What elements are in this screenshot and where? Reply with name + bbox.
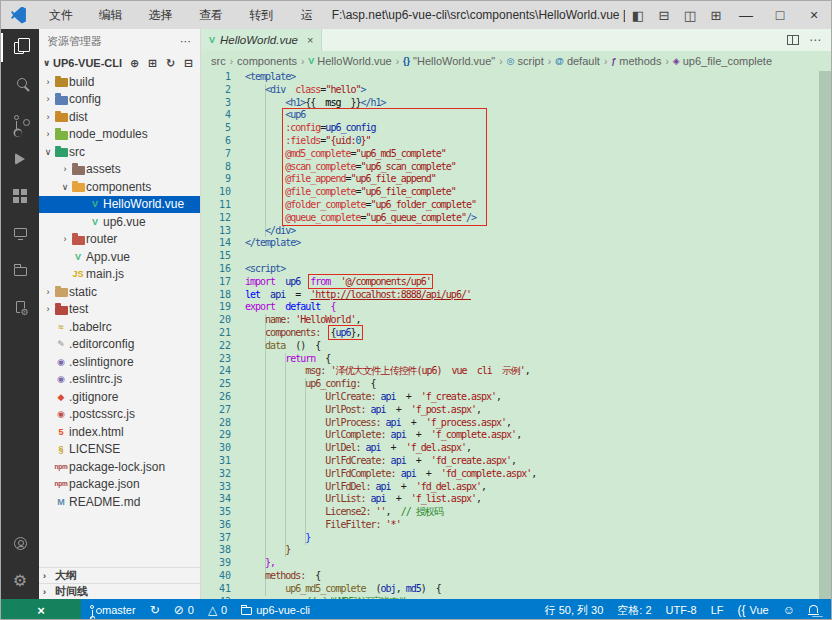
code-line-30[interactable]: 30 UrlDel: api + 'f_del.aspx', — [201, 442, 831, 455]
tree-item-static[interactable]: ›static — [39, 283, 200, 301]
tree-item-components[interactable]: ∨components — [39, 178, 200, 196]
code-line-13[interactable]: 13 </div> — [201, 225, 831, 238]
tree-item-test[interactable]: ›test — [39, 301, 200, 319]
tree-item-.editorconfig[interactable]: ✎.editorconfig — [39, 336, 200, 354]
toggle-sidebar-icon[interactable]: ◧ — [625, 8, 651, 23]
tree-item-main.js[interactable]: JSmain.js — [39, 266, 200, 284]
code-line-10[interactable]: 10 @file_complete="up6_file_complete" — [201, 186, 831, 199]
tree-item-package-lock.json[interactable]: npmpackage-lock.json — [39, 458, 200, 476]
breadcrumb-item-up6_file_complete[interactable]: ◈up6_file_complete — [673, 55, 772, 67]
code-line-41[interactable]: 41 up6_md5_complete (obj, md5) { — [201, 583, 831, 596]
code-line-42[interactable]: 42 // 文件MD5验证完毕事件 — [201, 596, 831, 599]
tree-item-assets[interactable]: ›assets — [39, 161, 200, 179]
explorer-more-actions-icon[interactable]: ⋯ — [180, 35, 192, 48]
status-indentation[interactable]: 空格: 2 — [610, 599, 658, 620]
code-line-17[interactable]: 17import up6 from '@/components/up6' — [201, 276, 831, 289]
status-workspace-folder[interactable]: up6-vue-cli — [234, 599, 317, 620]
close-button[interactable]: × — [797, 1, 831, 29]
code-line-9[interactable]: 9 @file_append="up6_file_append" — [201, 173, 831, 186]
tab-helloworld-vue[interactable]: V HelloWorld.vue × — [201, 29, 322, 51]
status-cursor-position[interactable]: 行 50, 列 30 — [538, 599, 611, 620]
activitybar-account[interactable] — [1, 525, 39, 562]
menu-查看(V)[interactable]: 查看(V) — [190, 1, 240, 29]
project-section-header[interactable]: ∨ UP6-VUE-CLI ⊕⊞↻⊟ — [39, 53, 200, 73]
maximize-button[interactable]: □ — [763, 1, 797, 29]
code-line-35[interactable]: 35 License2: '', // 授权码 — [201, 506, 831, 519]
code-line-19[interactable]: 19export default { — [201, 301, 831, 314]
menu-选择(S)[interactable]: 选择(S) — [140, 1, 190, 29]
new-folder-icon[interactable]: ⊞ — [145, 57, 160, 70]
breadcrumb-item-HelloWorld.vue[interactable]: VHelloWorld.vue — [308, 55, 391, 67]
code-line-40[interactable]: 40 methods: { — [201, 570, 831, 583]
tree-item-LICENSE[interactable]: §LICENSE — [39, 441, 200, 459]
new-file-icon[interactable]: ⊕ — [127, 57, 142, 70]
tree-item-.postcssrc.js[interactable]: ◉.postcssrc.js — [39, 406, 200, 424]
activitybar-project-folders[interactable] — [1, 251, 39, 288]
code-line-1[interactable]: 1<template> — [201, 71, 831, 84]
code-line-16[interactable]: 16<script> — [201, 263, 831, 276]
code-line-37[interactable]: 37 } — [201, 532, 831, 545]
code-line-23[interactable]: 23 return { — [201, 353, 831, 366]
code-line-2[interactable]: 2 <div class="hello"> — [201, 84, 831, 97]
status-eol[interactable]: LF — [704, 599, 731, 620]
tree-item-up6.vue[interactable]: Vup6.vue — [39, 213, 200, 231]
menu-编辑(E)[interactable]: 编辑(E) — [90, 1, 140, 29]
code-line-14[interactable]: 14</template> — [201, 237, 831, 250]
tab-close-icon[interactable]: × — [307, 34, 313, 46]
breadcrumb-item-script[interactable]: ◎script — [507, 55, 544, 67]
tree-item-App.vue[interactable]: VApp.vue — [39, 248, 200, 266]
code-line-26[interactable]: 26 UrlCreate: api + 'f_create.aspx', — [201, 391, 831, 404]
code-line-3[interactable]: 3 <h1>{{ msg }}</h1> — [201, 97, 831, 110]
code-line-25[interactable]: 25 up6_config: { — [201, 378, 831, 391]
code-line-8[interactable]: 8 @scan_complete="up6_scan_complete" — [201, 161, 831, 174]
code-line-7[interactable]: 7 @md5_complete="up6_md5_complete" — [201, 148, 831, 161]
refresh-icon[interactable]: ↻ — [163, 57, 178, 70]
menu-文件(F)[interactable]: 文件(F) — [40, 1, 90, 29]
code-line-32[interactable]: 32 UrlFdComplete: api + 'fd_complete.asp… — [201, 468, 831, 481]
activitybar-snippets[interactable] — [1, 288, 39, 325]
code-line-39[interactable]: 39 }, — [201, 557, 831, 570]
status-feedback[interactable]: ☺ — [776, 599, 802, 620]
section-大纲[interactable]: ›大纲 — [39, 567, 200, 583]
status-sync[interactable]: ↻ — [143, 599, 167, 620]
breadcrumb-item-HelloWorld.vue[interactable]: {}"HelloWorld.vue" — [403, 55, 495, 67]
tree-item-README.md[interactable]: MREADME.md — [39, 493, 200, 511]
tree-item-.eslintrc.js[interactable]: ◉.eslintrc.js — [39, 371, 200, 389]
code-line-27[interactable]: 27 UrlPost: api + 'f_post.aspx', — [201, 404, 831, 417]
status-notifications[interactable] — [802, 599, 825, 620]
activitybar-settings[interactable]: ⚙ — [1, 562, 39, 599]
customize-layout-icon[interactable]: ⊞ — [703, 8, 729, 23]
status-encoding[interactable]: UTF-8 — [659, 599, 704, 620]
code-line-22[interactable]: 22 data () { — [201, 340, 831, 353]
toggle-secondary-sidebar-icon[interactable]: ◫ — [677, 8, 703, 23]
breadcrumb-item-default[interactable]: @default — [555, 55, 600, 67]
breadcrumb-item-methods[interactable]: ƒmethods — [611, 55, 661, 67]
code-line-38[interactable]: 38 } — [201, 544, 831, 557]
breadcrumb-item-components[interactable]: components — [237, 55, 297, 67]
tree-item-build[interactable]: ›build — [39, 73, 200, 91]
status-language-mode[interactable]: ({Vue — [731, 599, 776, 620]
tree-item-src[interactable]: ∨src — [39, 143, 200, 161]
code-line-34[interactable]: 34 UrlList: api + 'f_list.aspx', — [201, 493, 831, 506]
menu-转到(G)[interactable]: 转到(G) — [240, 1, 291, 29]
remote-indicator[interactable]: × — [1, 599, 81, 620]
tree-item-router[interactable]: ›router — [39, 231, 200, 249]
status-git-branch[interactable]: master — [81, 599, 143, 620]
code-line-24[interactable]: 24 msg: '泽优大文件上传控件(up6) vue cli 示例', — [201, 365, 831, 378]
activitybar-source-control[interactable] — [1, 103, 39, 140]
menu-运[interactable]: 运 — [292, 1, 322, 29]
code-line-11[interactable]: 11 @folder_complete="up6_folder_complete… — [201, 199, 831, 212]
code-line-4[interactable]: 4 <up6 — [201, 109, 831, 122]
collapse-all-icon[interactable]: ⊟ — [181, 57, 196, 70]
breadcrumb-item-src[interactable]: src — [211, 55, 226, 67]
code-line-29[interactable]: 29 UrlComplete: api + 'f_complete.aspx', — [201, 429, 831, 442]
split-editor-icon[interactable] — [787, 35, 799, 45]
editor-more-actions-icon[interactable]: ⋯ — [809, 33, 821, 47]
status-warnings[interactable]: △0 — [201, 599, 234, 620]
code-line-36[interactable]: 36 FileFilter: '*' — [201, 519, 831, 532]
tree-item-package.json[interactable]: npmpackage.json — [39, 476, 200, 494]
code-line-20[interactable]: 20 name: 'HelloWorld', — [201, 314, 831, 327]
code-line-28[interactable]: 28 UrlProcess: api + 'f_process.aspx', — [201, 417, 831, 430]
activitybar-remote-explorer[interactable] — [1, 214, 39, 251]
tree-item-nodemodules[interactable]: ›node_modules — [39, 126, 200, 144]
